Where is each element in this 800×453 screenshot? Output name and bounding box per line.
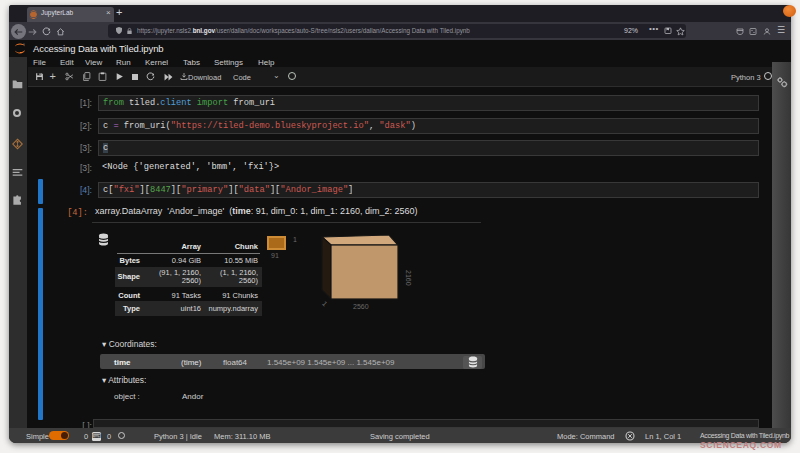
svg-text:2160: 2160 [405, 270, 412, 286]
svg-text:1: 1 [321, 300, 329, 308]
svg-text:2560: 2560 [353, 303, 369, 310]
